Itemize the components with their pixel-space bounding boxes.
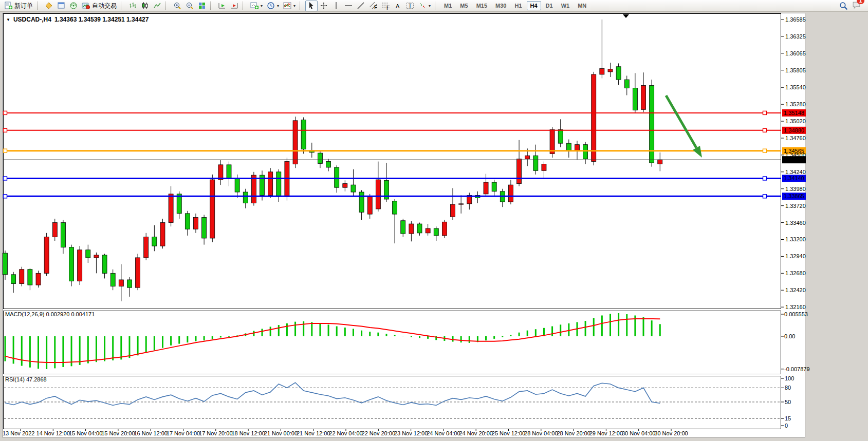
- bar-chart-button[interactable]: [126, 1, 139, 11]
- x-axis-label[interactable]: 28 Nov 20:00: [557, 430, 590, 436]
- candlestick: [376, 180, 380, 209]
- trendline-icon: [357, 2, 365, 10]
- candlestick: [484, 182, 488, 194]
- navigator-button[interactable]: [67, 1, 80, 11]
- x-axis-label[interactable]: 14 Nov 12:00: [36, 430, 70, 436]
- timeframe-button-d1[interactable]: D1: [542, 1, 557, 10]
- x-axis-label[interactable]: 15 Nov 04:00: [69, 430, 102, 436]
- trendline-tool-button[interactable]: [355, 1, 367, 11]
- line-handle[interactable]: [4, 128, 7, 132]
- candlestick: [608, 69, 613, 72]
- y-axis-label: 1.36585: [785, 16, 806, 23]
- line-handle[interactable]: [4, 177, 7, 180]
- new-order-button[interactable]: 新订单: [2, 1, 35, 11]
- horizontal-line-icon: [344, 2, 353, 10]
- y-axis-label: 1.34760: [785, 135, 806, 141]
- candlestick: [293, 121, 298, 164]
- line-handle[interactable]: [763, 177, 767, 180]
- text-tool-button[interactable]: A: [392, 1, 404, 11]
- timeframe-button-m1[interactable]: M1: [440, 1, 455, 10]
- cursor-tool-button[interactable]: [305, 1, 318, 11]
- line-handle[interactable]: [763, 149, 767, 152]
- y-axis-label: 1.32680: [785, 270, 806, 276]
- autotrade-button[interactable]: 自动交易: [80, 1, 119, 11]
- crosshair-tool-button[interactable]: [318, 1, 330, 11]
- timeframe-button-h1[interactable]: H1: [511, 1, 525, 10]
- candlestick: [616, 67, 621, 80]
- candlestick: [276, 172, 281, 197]
- line-handle[interactable]: [763, 111, 767, 114]
- candlestick: [78, 250, 82, 281]
- arrows-dropdown[interactable]: ▾: [416, 1, 433, 11]
- x-axis-label[interactable]: 17 Nov 20:00: [199, 430, 232, 436]
- x-axis-label[interactable]: 29 Nov 12:00: [589, 430, 623, 436]
- candlestick: [592, 74, 596, 162]
- candlestick: [508, 185, 513, 202]
- indicators-dropdown[interactable]: ▾: [281, 1, 298, 11]
- candlestick: [227, 165, 231, 179]
- rsi-axis-label: 80: [785, 385, 791, 391]
- x-axis-label[interactable]: 21 Nov 12:00: [297, 430, 330, 436]
- periods-dropdown[interactable]: ▾: [265, 1, 281, 11]
- new-chart-dropdown[interactable]: ▾: [248, 1, 265, 11]
- line-handle[interactable]: [763, 195, 767, 198]
- x-axis-label[interactable]: 22 Nov 20:00: [362, 430, 395, 436]
- line-handle[interactable]: [4, 111, 7, 114]
- timeframe-button-m30[interactable]: M30: [492, 1, 510, 10]
- main-panel[interactable]: [4, 14, 781, 309]
- candlestick: [658, 160, 662, 164]
- x-axis-label[interactable]: 15 Nov 20:00: [101, 430, 135, 436]
- line-handle[interactable]: [4, 149, 7, 152]
- candlestick: [442, 222, 447, 236]
- search-icon[interactable]: [839, 2, 848, 10]
- timeframe-button-m5[interactable]: M5: [456, 1, 471, 10]
- zoom-out-button[interactable]: [183, 1, 196, 11]
- candlestick: [44, 237, 49, 273]
- text-label-tool-button[interactable]: T: [404, 1, 416, 11]
- x-axis-label[interactable]: 30 Nov 04:00: [622, 430, 655, 436]
- x-axis-label[interactable]: 24 Nov 04:00: [427, 430, 460, 436]
- timeframe-button-mn[interactable]: MN: [574, 1, 590, 10]
- x-axis-label[interactable]: 25 Nov 12:00: [492, 430, 525, 436]
- autoscroll-button[interactable]: [216, 1, 228, 11]
- market-watch-button[interactable]: [43, 1, 55, 11]
- tile-windows-button[interactable]: [196, 1, 208, 11]
- line-handle[interactable]: [763, 128, 767, 132]
- line-handle[interactable]: [4, 195, 7, 198]
- x-axis-label[interactable]: 16 Nov 12:00: [134, 430, 167, 436]
- candlestick: [558, 130, 563, 144]
- y-axis-label: 1.32160: [785, 304, 806, 310]
- timeframe-button-w1[interactable]: W1: [558, 1, 574, 10]
- chart-symbol-period: USDCAD-,H4: [13, 16, 51, 23]
- vertical-line-tool-button[interactable]: [330, 1, 342, 11]
- x-axis-label[interactable]: 24 Nov 20:00: [459, 430, 492, 436]
- data-window-button[interactable]: [55, 1, 67, 11]
- x-axis-label[interactable]: 30 Nov 20:00: [654, 430, 688, 436]
- autoscroll-icon: [218, 2, 226, 10]
- x-axis-label[interactable]: 22 Nov 04:00: [329, 430, 362, 436]
- timeframe-button-m15[interactable]: M15: [473, 1, 491, 10]
- chart-dropdown-icon[interactable]: ▼: [6, 17, 10, 22]
- toolbar-separator: [435, 2, 439, 10]
- candlestick: [434, 228, 438, 236]
- channel-tool-button[interactable]: E: [367, 1, 379, 11]
- y-axis-label: 1.36065: [785, 50, 806, 56]
- notifications-button[interactable]: 1: [852, 1, 861, 11]
- macd-panel[interactable]: [4, 311, 781, 374]
- line-chart-button[interactable]: [151, 1, 163, 11]
- candlestick: [451, 204, 455, 217]
- chart-shift-button[interactable]: [228, 1, 241, 11]
- timeframe-button-h4[interactable]: H4: [527, 1, 541, 10]
- x-axis-label[interactable]: 23 Nov 12:00: [394, 430, 428, 436]
- candlestick-chart-button[interactable]: [139, 1, 151, 11]
- x-axis-label[interactable]: 13 Nov 2022: [3, 430, 34, 436]
- x-axis-label[interactable]: 18 Nov 12:00: [231, 430, 265, 436]
- x-axis-label[interactable]: 21 Nov 00:00: [264, 430, 298, 436]
- y-axis-label: 1.35280: [785, 101, 806, 107]
- zoom-in-button[interactable]: [171, 1, 183, 11]
- x-axis-label[interactable]: 28 Nov 04:00: [524, 430, 558, 436]
- candlestick: [517, 159, 522, 184]
- fibonacci-tool-button[interactable]: F: [379, 1, 392, 11]
- x-axis-label[interactable]: 17 Nov 04:00: [167, 430, 200, 436]
- horizontal-line-tool-button[interactable]: [342, 1, 355, 11]
